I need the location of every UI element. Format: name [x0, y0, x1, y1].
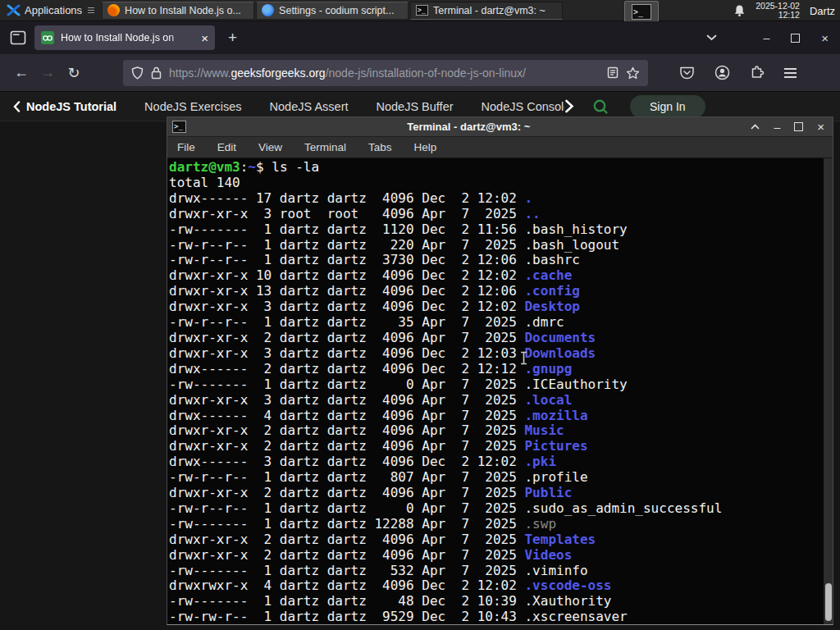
directory-name: .pki	[524, 454, 556, 469]
site-nav-links: NodeJS TutorialNodeJS ExercisesNodeJS As…	[0, 100, 564, 113]
directory-name: Pictures	[524, 438, 587, 454]
terminal-line: -rw-r--r-- 1 dartz dartz 35 Apr 7 2025 .…	[169, 315, 833, 331]
taskbar-window-terminal[interactable]: >_ Terminal - dartz@vm3: ~	[410, 2, 563, 20]
terminal-menu-view[interactable]: View	[258, 141, 282, 153]
clock[interactable]: 2025-12-02 12:12	[756, 2, 800, 20]
terminal-line: -rw-r--r-- 1 dartz dartz 807 Apr 7 2025 …	[169, 470, 833, 486]
close-button[interactable]: ×	[821, 32, 829, 44]
terminal-line: drwx------ 4 dartz dartz 4096 Apr 7 2025…	[169, 409, 833, 424]
terminal-menu-help[interactable]: Help	[414, 141, 437, 153]
url-scheme: https://www.	[169, 66, 231, 80]
file-name: .ICEauthority	[524, 377, 627, 392]
taskbar-window-codium[interactable]: Settings - codium script...	[256, 2, 409, 20]
file-name: .swp	[524, 516, 556, 532]
nav-scroll-right-chevron-icon[interactable]	[564, 99, 574, 113]
terminal-line: drwxr-xr-x 3 dartz dartz 4096 Dec 2 12:0…	[169, 346, 833, 362]
terminal-icon: >_	[172, 121, 186, 133]
forward-button[interactable]: →	[34, 64, 61, 81]
terminal-scrollbar[interactable]	[824, 158, 833, 624]
taskbar-window-label: How to Install Node.js o...	[125, 5, 241, 16]
maximize-button[interactable]	[794, 122, 803, 131]
terminal-line: drwxrwxr-x 4 dartz dartz 4096 Dec 2 12:0…	[169, 578, 833, 594]
terminal-icon: >_	[416, 5, 428, 16]
terminal-line: -rw------- 1 dartz dartz 1120 Dec 2 11:5…	[169, 222, 833, 238]
terminal-menu-file[interactable]: File	[177, 141, 195, 153]
shade-button[interactable]	[751, 124, 760, 130]
nav-back-chevron-icon	[13, 101, 21, 112]
minimize-button[interactable]: –	[763, 31, 769, 44]
terminal-launcher[interactable]: >_	[624, 1, 659, 22]
terminal-prompt-line: dartz@vm3:~$ ls -la	[169, 160, 833, 176]
maximize-button[interactable]	[791, 34, 800, 43]
terminal-scrollbar-thumb[interactable]	[825, 583, 832, 621]
terminal-menu-terminal[interactable]: Terminal	[304, 141, 346, 153]
terminal-line: drwxr-xr-x 2 dartz dartz 4096 Apr 7 2025…	[169, 532, 833, 548]
clock-time: 12:12	[756, 11, 800, 20]
terminal-content[interactable]: dartz@vm3:~$ ls -la total 140 drwx------…	[167, 158, 833, 624]
nav-link-nodejs-assert[interactable]: NodeJS Assert	[270, 100, 349, 113]
geeksforgeeks-favicon	[41, 31, 54, 44]
directory-name: Desktop	[524, 299, 579, 314]
file-name: .profile	[524, 469, 587, 485]
window-controls: – ×	[706, 21, 840, 54]
taskbar-window-firefox[interactable]: How to Install Node.js o...	[102, 2, 254, 20]
prompt-cwd: ~	[248, 159, 256, 175]
file-name: .bash_history	[524, 221, 627, 237]
terminal-menu-edit[interactable]: Edit	[217, 141, 236, 153]
terminal-line: -rw-rw-r-- 1 dartz dartz 9529 Dec 2 10:4…	[169, 609, 833, 624]
close-button[interactable]: ×	[817, 121, 824, 133]
terminal-listing: drwx------ 17 dartz dartz 4096 Dec 2 12:…	[169, 191, 833, 624]
terminal-line: -rw-r--r-- 1 dartz dartz 3730 Dec 2 12:0…	[169, 253, 833, 268]
nav-link-nodejs-tutorial[interactable]: NodeJS Tutorial	[13, 100, 116, 113]
firefox-view-icon[interactable]	[10, 30, 26, 45]
terminal-total-line: total 140	[169, 176, 833, 191]
tab-close-icon[interactable]: ×	[201, 32, 208, 44]
nav-link-nodejs-exercises[interactable]: NodeJS Exercises	[144, 100, 241, 113]
lock-icon[interactable]	[151, 66, 162, 80]
terminal-window-controls: – ×	[751, 121, 828, 134]
terminal-line: drwxr-xr-x 3 root root 4096 Apr 7 2025 .…	[169, 207, 833, 222]
bookmark-star-icon[interactable]	[626, 66, 640, 80]
file-name: .Xauthority	[524, 593, 611, 609]
pocket-icon[interactable]	[679, 66, 695, 80]
user-menu[interactable]: Dartz	[810, 5, 835, 17]
directory-name: .gnupg	[524, 361, 572, 377]
url-bar[interactable]: https://www.geeksforgeeks.org/node-js/in…	[123, 60, 648, 86]
terminal-line: drwxr-xr-x 3 dartz dartz 4096 Dec 2 12:0…	[169, 299, 833, 315]
terminal-menu-tabs[interactable]: Tabs	[368, 141, 392, 153]
sign-in-button[interactable]: Sign In	[630, 95, 705, 118]
terminal-line: drwxr-xr-x 10 dartz dartz 4096 Dec 2 12:…	[169, 268, 833, 284]
menu-hamburger-icon[interactable]	[784, 68, 797, 78]
reader-mode-icon[interactable]	[607, 66, 619, 79]
taskbar-window-label: Settings - codium script...	[279, 5, 394, 16]
file-name: .bashrc	[524, 252, 579, 267]
list-tabs-chevron-icon[interactable]	[706, 34, 717, 41]
applications-menu-button[interactable]: Applications	[0, 0, 101, 21]
search-icon[interactable]	[592, 98, 609, 115]
terminal-line: drwx------ 3 dartz dartz 4096 Dec 2 12:0…	[169, 454, 833, 470]
prompt-user-host: dartz@vm3	[169, 159, 240, 175]
account-icon[interactable]	[714, 65, 730, 80]
prompt-command: ls -la	[272, 159, 319, 175]
notification-bell-icon[interactable]	[733, 4, 746, 17]
reload-button[interactable]: ↻	[61, 64, 87, 82]
minimize-button[interactable]: –	[774, 121, 780, 134]
tracking-shield-icon[interactable]	[131, 66, 144, 80]
terminal-titlebar[interactable]: >_ Terminal - dartz@vm3: ~ – ×	[167, 117, 833, 137]
browser-tab[interactable]: How to Install Node.js on ×	[34, 25, 215, 50]
terminal-title: Terminal - dartz@vm3: ~	[186, 121, 751, 133]
back-button[interactable]: ←	[8, 64, 34, 81]
terminal-line: drwxr-xr-x 2 dartz dartz 4096 Apr 7 2025…	[169, 423, 833, 439]
directory-name: .cache	[524, 267, 572, 283]
distro-logo-icon	[7, 3, 21, 17]
terminal-line: drwxr-xr-x 13 dartz dartz 4096 Dec 2 12:…	[169, 284, 833, 299]
nav-link-nodejs-buffer[interactable]: NodeJS Buffer	[377, 100, 454, 113]
file-name: .bash_logout	[524, 237, 619, 253]
url-text[interactable]: https://www.geeksforgeeks.org/node-js/in…	[169, 66, 600, 80]
nav-link-nodejs-console[interactable]: NodeJS Console	[482, 100, 564, 113]
terminal-line: -rw------- 1 dartz dartz 0 Apr 7 2025 .I…	[169, 377, 833, 393]
directory-name: Videos	[524, 547, 572, 563]
extensions-puzzle-icon[interactable]	[750, 66, 765, 80]
terminal-line: -rw------- 1 dartz dartz 532 Apr 7 2025 …	[169, 564, 833, 579]
new-tab-button[interactable]: +	[228, 29, 237, 47]
